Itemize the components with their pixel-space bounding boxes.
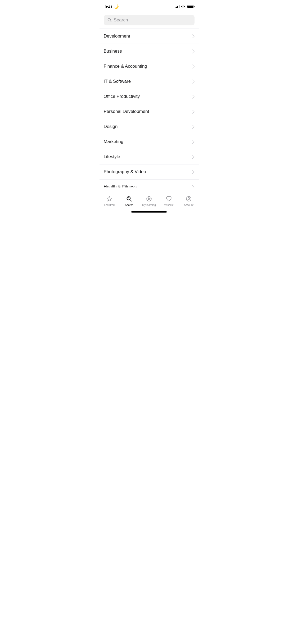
- category-item-marketing[interactable]: Marketing: [100, 134, 199, 149]
- category-item-design[interactable]: Design: [100, 119, 199, 134]
- battery-icon: [187, 5, 193, 8]
- status-icons: [175, 5, 193, 8]
- search-icon: [107, 18, 112, 22]
- category-label-health-fitness: Health & Fitness: [104, 184, 137, 187]
- svg-marker-7: [148, 198, 150, 200]
- chevron-right-icon: [192, 95, 195, 99]
- category-label-photography-video: Photography & Video: [104, 169, 146, 174]
- category-label-design: Design: [104, 124, 118, 129]
- category-label-finance-accounting: Finance & Accounting: [104, 64, 147, 69]
- chevron-right-icon: [192, 155, 195, 159]
- chevron-right-icon: [192, 125, 195, 129]
- chevron-right-icon: [192, 65, 195, 68]
- category-item-office-productivity[interactable]: Office Productivity: [100, 89, 199, 104]
- search-container: Search: [100, 12, 199, 29]
- category-item-development[interactable]: Development: [100, 29, 199, 44]
- tab-featured[interactable]: Featured: [100, 195, 119, 206]
- category-label-it-software: IT & Software: [104, 79, 131, 84]
- search-label: Search: [125, 204, 133, 206]
- wishlist-label: Wishlist: [164, 204, 173, 206]
- my-learning-icon: [145, 195, 153, 203]
- moon-icon: 🌙: [114, 4, 119, 9]
- signal-icon: [175, 5, 179, 8]
- search-bar[interactable]: Search: [104, 15, 195, 25]
- wifi-icon: [181, 5, 185, 8]
- category-label-development: Development: [104, 34, 130, 39]
- category-item-personal-development[interactable]: Personal Development: [100, 104, 199, 119]
- chevron-right-icon: [192, 110, 195, 114]
- svg-point-3: [127, 197, 130, 200]
- chevron-right-icon: [192, 80, 195, 84]
- svg-point-4: [128, 197, 129, 198]
- account-label: Account: [184, 204, 193, 206]
- chevron-right-icon: [192, 170, 195, 174]
- category-item-finance-accounting[interactable]: Finance & Accounting: [100, 59, 199, 74]
- home-indicator: [131, 211, 167, 213]
- tab-wishlist[interactable]: Wishlist: [159, 195, 179, 206]
- tab-search[interactable]: Search: [119, 195, 139, 206]
- chevron-right-icon: [192, 49, 195, 53]
- category-label-business: Business: [104, 49, 122, 54]
- wishlist-icon: [165, 195, 173, 203]
- category-label-marketing: Marketing: [104, 139, 124, 144]
- category-item-health-fitness[interactable]: Health & Fitness: [100, 180, 199, 187]
- category-item-business[interactable]: Business: [100, 44, 199, 59]
- status-time: 9:41 🌙: [105, 4, 119, 9]
- svg-line-1: [110, 21, 111, 22]
- account-icon: [185, 195, 192, 203]
- svg-point-9: [188, 197, 189, 199]
- time-display: 9:41: [105, 4, 113, 9]
- category-label-lifestyle: Lifestyle: [104, 154, 120, 159]
- search-placeholder: Search: [114, 17, 128, 23]
- search-tab-icon: [125, 195, 133, 203]
- svg-point-6: [147, 196, 151, 201]
- featured-label: Featured: [104, 204, 115, 206]
- tab-my-learning[interactable]: My learning: [139, 195, 159, 206]
- category-label-personal-development: Personal Development: [104, 109, 149, 114]
- chevron-right-icon: [192, 34, 195, 38]
- tab-account[interactable]: Account: [179, 195, 199, 206]
- status-bar: 9:41 🌙: [100, 0, 199, 12]
- category-list: DevelopmentBusinessFinance & AccountingI…: [100, 29, 199, 187]
- my-learning-label: My learning: [142, 204, 156, 206]
- category-item-photography-video[interactable]: Photography & Video: [100, 164, 199, 180]
- featured-icon: [106, 195, 113, 203]
- svg-line-5: [130, 200, 132, 201]
- category-item-lifestyle[interactable]: Lifestyle: [100, 149, 199, 164]
- chevron-right-icon: [192, 185, 195, 188]
- category-label-office-productivity: Office Productivity: [104, 94, 140, 99]
- chevron-right-icon: [192, 140, 195, 144]
- category-item-it-software[interactable]: IT & Software: [100, 74, 199, 89]
